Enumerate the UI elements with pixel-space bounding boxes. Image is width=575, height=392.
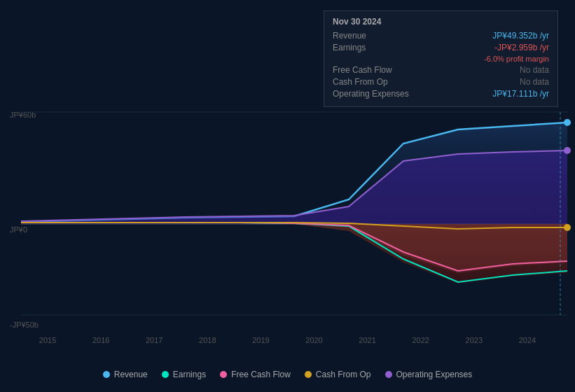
opex-legend-label: Operating Expenses xyxy=(396,370,473,379)
tooltip-box: Nov 30 2024 Revenue JP¥49.352b /yr Earni… xyxy=(324,10,558,107)
opex-dot xyxy=(385,371,392,378)
svg-point-8 xyxy=(564,224,571,231)
x-label-2022: 2022 xyxy=(412,336,429,344)
opex-label: Operating Expenses xyxy=(333,89,417,99)
tooltip-title: Nov 30 2024 xyxy=(333,17,549,27)
legend-fcf[interactable]: Free Cash Flow xyxy=(220,370,291,379)
legend-opex[interactable]: Operating Expenses xyxy=(385,370,473,379)
revenue-label: Revenue xyxy=(333,31,417,41)
chart-svg xyxy=(0,108,575,340)
cashfromop-legend-label: Cash From Op xyxy=(316,370,371,379)
x-label-2021: 2021 xyxy=(359,336,375,344)
legend-revenue[interactable]: Revenue xyxy=(103,370,148,379)
fcf-row: Free Cash Flow No data xyxy=(333,65,549,75)
x-label-2016: 2016 xyxy=(92,336,109,344)
cashfromop-dot xyxy=(305,371,312,378)
fcf-legend-label: Free Cash Flow xyxy=(231,370,291,379)
earnings-dot xyxy=(162,371,169,378)
fcf-dot xyxy=(220,371,227,378)
x-label-2020: 2020 xyxy=(305,336,322,344)
revenue-dot xyxy=(103,371,110,378)
earnings-legend-label: Earnings xyxy=(173,370,206,379)
x-label-2019: 2019 xyxy=(252,336,269,344)
x-label-2024: 2024 xyxy=(519,336,536,344)
x-label-2017: 2017 xyxy=(146,336,162,344)
earnings-label: Earnings xyxy=(333,43,417,52)
svg-point-7 xyxy=(564,147,571,154)
earnings-value: -JP¥2.959b /yr xyxy=(494,43,549,52)
profit-margin-row: -6.0% profit margin xyxy=(333,55,549,63)
revenue-row: Revenue JP¥49.352b /yr xyxy=(333,31,549,41)
legend: Revenue Earnings Free Cash Flow Cash Fro… xyxy=(0,370,575,379)
x-label-2018: 2018 xyxy=(199,336,216,344)
opex-row: Operating Expenses JP¥17.111b /yr xyxy=(333,89,549,99)
cashfromop-label: Cash From Op xyxy=(333,77,417,87)
x-label-2015: 2015 xyxy=(39,336,56,344)
fcf-value: No data xyxy=(520,65,549,75)
legend-earnings[interactable]: Earnings xyxy=(162,370,206,379)
legend-cashfromop[interactable]: Cash From Op xyxy=(305,370,371,379)
earnings-row: Earnings -JP¥2.959b /yr xyxy=(333,43,549,52)
revenue-value: JP¥49.352b /yr xyxy=(492,31,549,41)
svg-point-6 xyxy=(564,119,571,126)
cashfromop-row: Cash From Op No data xyxy=(333,77,549,87)
profit-margin-text: -6.0% profit margin xyxy=(484,55,549,63)
cashfromop-value: No data xyxy=(520,77,549,87)
x-label-2023: 2023 xyxy=(466,336,483,344)
revenue-legend-label: Revenue xyxy=(114,370,148,379)
opex-value: JP¥17.111b /yr xyxy=(492,89,549,99)
fcf-label: Free Cash Flow xyxy=(333,65,417,75)
x-axis: 2015 2016 2017 2018 2019 2020 2021 2022 … xyxy=(0,336,575,344)
